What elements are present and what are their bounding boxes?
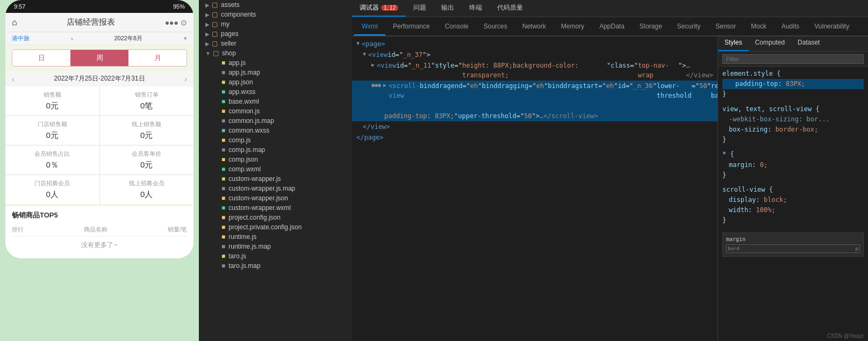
file-item-common-js[interactable]: ■ common.js <box>199 106 352 116</box>
file-item-comp-js-map[interactable]: ■ comp.js.map <box>199 145 352 155</box>
js-icon: ■ <box>221 252 225 260</box>
tab-console[interactable]: Console <box>437 18 476 35</box>
file-item-app-json[interactable]: ■ app.json <box>199 77 352 87</box>
stat-xse: 销售额 0元 <box>5 86 99 115</box>
top5-name-label: 商品名称 <box>84 226 107 234</box>
stat-hydjj: 会员客单价 0元 <box>100 146 194 175</box>
tab-dataset[interactable]: Dataset <box>791 37 826 51</box>
file-name: project.private.config.json <box>228 223 302 231</box>
tab-sensor[interactable]: Sensor <box>708 18 743 35</box>
file-item-runtime-js-map[interactable]: ■ runtime.js.map <box>199 242 352 251</box>
file-item-shop[interactable]: ▼ ▢ shop <box>199 48 352 58</box>
nav-breadcrumb[interactable]: 港中旅 <box>12 34 30 42</box>
tab-terminal[interactable]: 终端 <box>462 0 490 17</box>
dot-icon[interactable]: ⊙ <box>181 18 187 27</box>
file-tree-panel: ▶ ▢ assets ▶ ▢ components ▶ ▢ my ▶ ▢ pag… <box>199 0 352 341</box>
file-name: runtime.js <box>228 233 256 241</box>
tab-debugger[interactable]: 调试器 1, 12 <box>352 0 406 17</box>
js-icon: ■ <box>221 107 225 115</box>
file-item-app-js-map[interactable]: ■ app.js.map <box>199 68 352 77</box>
next-arrow[interactable]: › <box>184 75 187 83</box>
tab-week[interactable]: 周 <box>70 50 128 66</box>
json-icon: ■ <box>221 194 225 202</box>
top5-title: 畅销商品TOP5 <box>12 211 187 220</box>
file-item-assets[interactable]: ▶ ▢ assets <box>199 0 352 10</box>
tab-mock[interactable]: Mock <box>743 18 774 35</box>
file-item-custom-wrapper-json[interactable]: ■ custom-wrapper.json <box>199 193 352 203</box>
tab-appdata[interactable]: AppData <box>592 18 632 35</box>
file-name: taro.js.map <box>228 262 260 270</box>
devtools-content: ▼ <page> ▼ <view id="_n_37"> ▶ <view id=… <box>352 37 868 341</box>
file-item-comp-wxml[interactable]: ■ comp.wxml <box>199 164 352 174</box>
html-line-close-view[interactable]: </view> <box>352 121 718 132</box>
phone-time: 9:57 <box>14 3 25 10</box>
folder-arrow: ▶ <box>205 31 210 37</box>
tab-sources[interactable]: Sources <box>476 18 515 35</box>
styles-panel: Styles Computed Dataset element.style { … <box>718 37 868 341</box>
folder-icon: ▢ <box>212 20 218 28</box>
tab-vulnerability[interactable]: Vulnerability <box>807 18 857 35</box>
file-item-custom-wrapper-js[interactable]: ■ custom-wrapper.js <box>199 174 352 184</box>
tab-code-quality[interactable]: 代码质量 <box>490 0 530 17</box>
top5-sales-label: 销量/笔 <box>168 226 187 234</box>
filter-input[interactable] <box>722 54 864 64</box>
file-item-comp-json[interactable]: ■ comp.json <box>199 155 352 164</box>
phone-status-bar: 9:57 95% <box>5 0 193 13</box>
tab-wxml[interactable]: Wxml <box>354 18 385 35</box>
html-line-scrollview-cont: padding-top: 83PX;" upper-threshold="50"… <box>352 111 718 121</box>
file-name: assets <box>221 1 240 9</box>
file-item-app-wxss[interactable]: ■ app.wxss <box>199 87 352 97</box>
file-item-my[interactable]: ▶ ▢ my <box>199 19 352 29</box>
file-name: common.js <box>228 107 260 115</box>
file-item-runtime-js[interactable]: ■ runtime.js <box>199 232 352 242</box>
file-item-common-wxss[interactable]: ■ common.wxss <box>199 126 352 135</box>
tab-memory[interactable]: Memory <box>554 18 592 35</box>
html-line-page[interactable]: ▼ <page> <box>352 39 718 49</box>
file-item-seller[interactable]: ▶ ▢ seller <box>199 39 352 48</box>
file-item-comp-js[interactable]: ■ comp.js <box>199 135 352 145</box>
file-name: comp.wxml <box>228 165 261 173</box>
tab-issues[interactable]: 问题 <box>406 0 434 17</box>
file-item-components[interactable]: ▶ ▢ components <box>199 10 352 19</box>
json-icon: ■ <box>221 78 225 86</box>
file-item-custom-wrapper-wxml[interactable]: ■ custom-wrapper.wxml <box>199 203 352 213</box>
more-icon[interactable]: ●●● <box>165 18 178 27</box>
file-item-app-js[interactable]: ■ app.js <box>199 58 352 68</box>
devtools-panel: 调试器 1, 12 问题 输出 终端 代码质量 Wxml Performance… <box>352 0 868 341</box>
html-line-scrollview[interactable]: ●●● ▶ <scroll-view binddragend="eh" bind… <box>352 81 718 111</box>
js-icon: ■ <box>221 233 225 241</box>
file-item-pages[interactable]: ▶ ▢ pages <box>199 29 352 39</box>
file-item-common-js-map[interactable]: ■ common.js.map <box>199 116 352 126</box>
html-line-view11[interactable]: ▶ <view id="_n_11" style="height: 88PX;b… <box>352 60 718 81</box>
file-item-project-private-config-json[interactable]: ■ project.private.config.json <box>199 222 352 232</box>
tab-storage[interactable]: Storage <box>632 18 670 35</box>
tab-network[interactable]: Network <box>515 18 554 35</box>
prev-arrow[interactable]: ‹ <box>12 75 15 83</box>
top5-header: 排行 商品名称 销量/笔 <box>12 223 187 236</box>
file-item-project-config-json[interactable]: ■ project.config.json <box>199 213 352 222</box>
tab-performance[interactable]: Performance <box>385 18 437 35</box>
stat-hyxs: 会员销售占比 0％ <box>5 146 99 175</box>
html-line-view37[interactable]: ▼ <view id="_n_37"> <box>352 49 718 60</box>
file-item-taro-js[interactable]: ■ taro.js <box>199 251 352 261</box>
folder-arrow: ▶ <box>205 2 210 8</box>
file-name: shop <box>222 49 236 57</box>
file-item-custom-wrapper-js-map[interactable]: ■ custom-wrapper.js.map <box>199 184 352 193</box>
html-line-close-page[interactable]: </page> <box>352 132 718 143</box>
wxml-icon: ■ <box>221 165 225 173</box>
tab-audits[interactable]: Audits <box>774 18 807 35</box>
file-name: comp.js <box>228 136 250 144</box>
tab-output[interactable]: 输出 <box>434 0 462 17</box>
file-item-taro-js-map[interactable]: ■ taro.js.map <box>199 261 352 271</box>
tab-day[interactable]: 日 <box>12 50 70 66</box>
tab-security[interactable]: Security <box>670 18 708 35</box>
tab-computed[interactable]: Computed <box>749 37 791 51</box>
style-rule-scrollview: scroll-view { display: block; width: 100… <box>722 185 864 226</box>
tab-month[interactable]: 月 <box>128 50 186 66</box>
home-icon[interactable]: ⌂ <box>12 18 17 27</box>
folder-arrow: ▶ <box>205 41 210 47</box>
tab-styles[interactable]: Styles <box>718 37 749 51</box>
folder-icon: ▢ <box>212 30 218 38</box>
file-item-base-wxml[interactable]: ■ base.wxml <box>199 97 352 106</box>
nav-date[interactable]: 2022年8月 <box>114 34 142 42</box>
